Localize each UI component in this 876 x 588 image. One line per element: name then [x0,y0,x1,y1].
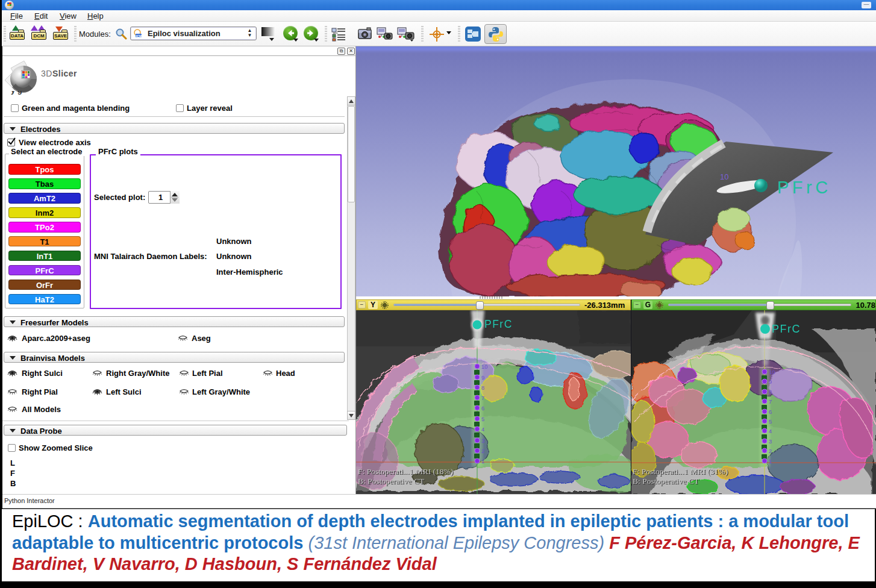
svg-text:1: 1 [769,458,772,464]
svg-text:1: 1 [481,458,484,464]
svg-text:2: 2 [481,448,484,454]
svg-text:4: 4 [769,428,772,434]
svg-text:F: Postoperati...1 MRI (31%): F: Postoperati...1 MRI (31%) [633,467,728,476]
svg-text:7: 7 [769,398,772,405]
svg-text:3: 3 [481,437,484,444]
svg-text:10: 10 [720,172,728,181]
svg-text:9: 9 [481,374,484,381]
svg-text:4: 4 [481,426,484,433]
svg-text:B: Postoperative CT: B: Postoperative CT [358,477,425,486]
svg-text:F: Postoperati...1 MRI (18%): F: Postoperati...1 MRI (18%) [358,467,453,476]
svg-text:10: 10 [769,369,775,375]
svg-text:PFrC: PFrC [772,323,801,335]
svg-text:5: 5 [769,418,772,425]
svg-text:7: 7 [481,395,484,401]
svg-text:6: 6 [769,408,772,415]
svg-text:5: 5 [481,416,484,422]
svg-text:8: 8 [769,389,772,395]
svg-text:3: 3 [769,438,772,445]
svg-text:PFrC: PFrC [777,178,831,197]
svg-text:6: 6 [481,405,484,411]
svg-text:10: 10 [481,363,488,370]
svg-text:9: 9 [769,378,772,385]
svg-text:ICM: ICM [136,34,143,38]
svg-text:2: 2 [769,448,772,454]
svg-text:8: 8 [481,384,484,391]
svg-text:B: Postoperative CT: B: Postoperative CT [633,477,699,486]
svg-text:PFrC: PFrC [484,318,513,330]
